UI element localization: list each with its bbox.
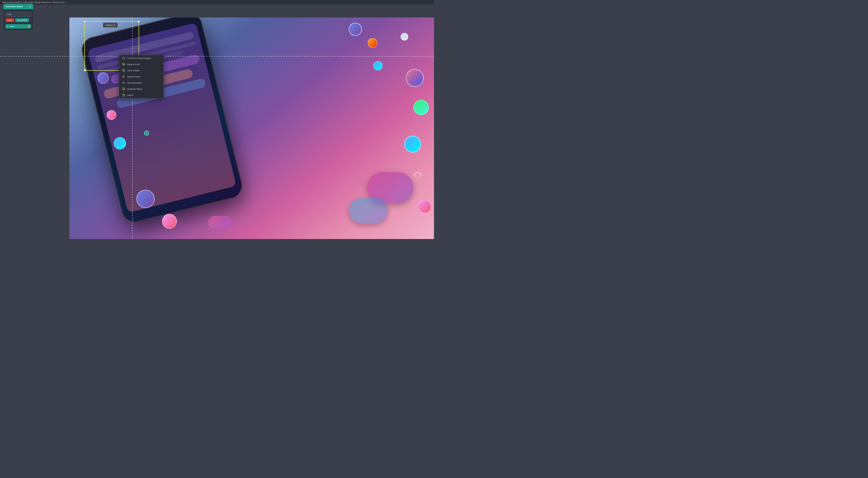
context-menu-item-convert-smart-polygon[interactable]: Convert to Smart Polygon — [119, 55, 163, 61]
svg-rect-5 — [123, 76, 124, 77]
svg-marker-0 — [123, 57, 125, 59]
trash-icon — [122, 94, 125, 97]
svg-rect-6 — [123, 82, 124, 83]
watermark: ©2024 @Jrask2016... — [417, 236, 432, 238]
options-button-label: Options — [106, 24, 113, 26]
options-button[interactable]: Options — [103, 23, 118, 28]
context-menu-label-send-back: Send to Back — [127, 69, 140, 72]
context-menu: Convert to Smart Polygon Bring to Front … — [119, 55, 164, 98]
top-bar: odern chat interface with sleek design e… — [0, 0, 434, 5]
context-menu-label-duplicate: Duplicate Object — [127, 88, 143, 90]
layers-backward-icon — [122, 81, 125, 84]
polygon-icon — [122, 57, 125, 60]
layers-front-icon — [122, 63, 125, 66]
context-menu-item-delete[interactable]: Delete — [119, 92, 163, 98]
canvas-background: + — [69, 18, 434, 239]
context-menu-label-bring-forward: Bring Forward — [127, 75, 140, 78]
top-bar-text: odern chat interface with sleek design e… — [2, 1, 67, 4]
svg-rect-2 — [123, 63, 124, 65]
context-menu-label-bring-front: Bring to Front — [127, 63, 140, 66]
context-menu-item-bring-to-front[interactable]: Bring to Front — [119, 61, 163, 67]
canvas-area[interactable]: + Options Convert to Smart Polygon — [0, 5, 434, 239]
context-menu-item-duplicate[interactable]: Duplicate Object — [119, 86, 163, 92]
duplicate-icon — [122, 87, 125, 91]
layers-back-icon — [122, 69, 125, 72]
svg-rect-9 — [123, 95, 124, 96]
context-menu-item-bring-forward[interactable]: Bring Forward — [119, 73, 163, 79]
context-menu-label-send-backward: Send Backward — [127, 82, 142, 84]
context-menu-item-send-to-back[interactable]: Send to Back — [119, 67, 163, 73]
svg-rect-4 — [123, 70, 125, 71]
context-menu-label-convert: Convert to Smart Polygon — [127, 57, 151, 59]
context-menu-label-delete: Delete — [127, 94, 133, 96]
context-menu-item-send-backward[interactable]: Send Backward — [119, 79, 163, 86]
svg-rect-8 — [123, 88, 124, 89]
layers-forward-icon — [122, 75, 125, 78]
